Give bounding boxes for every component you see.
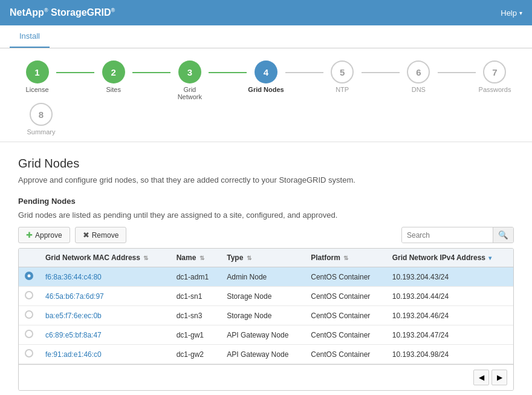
step-label-6: DNS: [412, 86, 426, 93]
wizard-step-5[interactable]: 5 NTP: [323, 60, 362, 93]
row-radio-btn[interactable]: [25, 291, 33, 299]
chevron-down-icon: ▾: [519, 10, 522, 16]
main-content: Grid Nodes Approve and configure grid no…: [0, 142, 532, 395]
row-name: dc1-adm1: [170, 267, 221, 287]
help-button[interactable]: Help ▾: [501, 8, 522, 18]
page-title: Grid Nodes: [18, 157, 514, 171]
toolbar-buttons: ✚ Approve ✖ Remove: [18, 227, 126, 243]
row-radio-cell[interactable]: [19, 306, 39, 325]
wizard-step-6[interactable]: 6 DNS: [400, 60, 438, 93]
table-toolbar: ✚ Approve ✖ Remove 🔍: [18, 227, 514, 248]
row-mac: ba:e5:f7:6e:ec:0b: [39, 306, 170, 325]
wizard-step-1[interactable]: 1 License: [18, 60, 56, 93]
step-circle-8: 8: [30, 103, 53, 126]
step-label-8: Summary: [27, 128, 55, 135]
mac-link[interactable]: ba:e5:f7:6e:ec:0b: [45, 312, 102, 320]
wizard-step-3[interactable]: 3 Grid Network: [170, 60, 209, 100]
table-row[interactable]: c6:89:e5:bf:8a:47 dc1-gw1 API Gateway No…: [19, 325, 513, 345]
wizard-step-2[interactable]: 2 Sites: [94, 60, 132, 93]
connector-6-7: [438, 72, 476, 73]
step-circle-5: 5: [331, 60, 354, 83]
row-ipv4: 10.193.204.43/24: [386, 267, 513, 287]
sort-icon-platform: ⇅: [343, 255, 348, 261]
table-row[interactable]: ba:e5:f7:6e:ec:0b dc1-sn3 Storage Node C…: [19, 306, 513, 325]
row-platform: CentOS Container: [305, 287, 386, 306]
row-name: dc1-sn3: [170, 306, 221, 325]
search-input[interactable]: [402, 228, 493, 243]
connector-2-3: [132, 72, 170, 73]
prev-page-button[interactable]: ◀: [473, 370, 489, 385]
wizard-step-8[interactable]: 8 Summary: [30, 103, 53, 135]
row-radio-cell[interactable]: [19, 267, 39, 287]
row-name: dc1-gw1: [170, 325, 221, 345]
wizard-container: 1 License 2 Sites 3 Grid Network 4 Grid: [0, 48, 532, 142]
table-row[interactable]: fe:91:ad:e1:46:c0 dc1-gw2 API Gateway No…: [19, 345, 513, 364]
nodes-table-wrapper: Grid Network MAC Address ⇅ Name ⇅ Type ⇅…: [18, 248, 514, 391]
row-radio-cell[interactable]: [19, 345, 39, 364]
row-radio-btn[interactable]: [25, 272, 33, 280]
row-platform: CentOS Container: [305, 306, 386, 325]
step-label-5: NTP: [336, 86, 349, 93]
connector-3-4: [209, 72, 247, 73]
connector-4-5: [285, 72, 323, 73]
row-radio-btn[interactable]: [25, 310, 33, 319]
mac-link[interactable]: 46:5a:b6:7a:6d:97: [45, 292, 104, 301]
tabs-bar: Install: [0, 25, 532, 48]
row-mac: fe:91:ad:e1:46:c0: [39, 345, 170, 364]
row-name: dc1-sn1: [170, 287, 221, 306]
row-type: API Gateway Node: [221, 325, 305, 345]
wizard-steps: 1 License 2 Sites 3 Grid Network 4 Grid: [18, 60, 514, 100]
table-row[interactable]: f6:8a:36:44:c4:80 dc1-adm1 Admin Node Ce…: [19, 267, 513, 287]
col-name[interactable]: Name ⇅: [170, 249, 221, 267]
table-row[interactable]: 46:5a:b6:7a:6d:97 dc1-sn1 Storage Node C…: [19, 287, 513, 306]
step-label-3: Grid Network: [170, 86, 209, 100]
step-label-2: Sites: [106, 86, 120, 93]
page-description: Approve and configure grid nodes, so tha…: [18, 175, 514, 184]
next-page-button[interactable]: ▶: [491, 370, 507, 385]
row-platform: CentOS Container: [305, 267, 386, 287]
row-radio-cell[interactable]: [19, 325, 39, 345]
col-ipv4[interactable]: Grid Network IPv4 Address ▾: [386, 249, 513, 267]
step-circle-3: 3: [178, 60, 201, 83]
sort-icon-type: ⇅: [247, 255, 251, 261]
mac-link[interactable]: fe:91:ad:e1:46:c0: [45, 350, 102, 359]
col-platform[interactable]: Platform ⇅: [305, 249, 386, 267]
row-mac: c6:89:e5:bf:8a:47: [39, 325, 170, 345]
col-mac[interactable]: Grid Network MAC Address ⇅: [39, 249, 170, 267]
help-label: Help: [501, 8, 517, 18]
row-type: API Gateway Node: [221, 345, 305, 364]
row-ipv4: 10.193.204.44/24: [386, 287, 513, 306]
row-radio-cell[interactable]: [19, 287, 39, 306]
nodes-table: Grid Network MAC Address ⇅ Name ⇅ Type ⇅…: [19, 249, 513, 364]
wizard-step-7[interactable]: 7 Passwords: [476, 60, 514, 93]
mac-link[interactable]: f6:8a:36:44:c4:80: [45, 273, 102, 281]
wizard-step-4[interactable]: 4 Grid Nodes: [247, 60, 285, 93]
step-circle-1: 1: [26, 60, 49, 83]
sort-icon-mac: ⇅: [143, 255, 148, 261]
row-platform: CentOS Container: [305, 345, 386, 364]
step-circle-2: 2: [102, 60, 125, 83]
row-radio-btn[interactable]: [25, 349, 33, 357]
table-body: f6:8a:36:44:c4:80 dc1-adm1 Admin Node Ce…: [19, 267, 513, 364]
row-ipv4: 10.193.204.98/24: [386, 345, 513, 364]
approve-button[interactable]: ✚ Approve: [18, 227, 70, 243]
col-type[interactable]: Type ⇅: [221, 249, 305, 267]
remove-button[interactable]: ✖ Remove: [75, 227, 127, 243]
row-ipv4: 10.193.204.46/24: [386, 306, 513, 325]
step-circle-7: 7: [483, 60, 506, 83]
mac-link[interactable]: c6:89:e5:bf:8a:47: [45, 331, 102, 339]
step-label-4: Grid Nodes: [248, 86, 284, 93]
step-circle-6: 6: [407, 60, 430, 83]
search-button[interactable]: 🔍: [493, 227, 513, 243]
row-type: Storage Node: [221, 306, 305, 325]
app-header: NetApp® StorageGRID® Help ▾: [0, 0, 532, 25]
row-radio-btn[interactable]: [25, 330, 33, 338]
connector-5-6: [362, 72, 400, 73]
row-mac: 46:5a:b6:7a:6d:97: [39, 287, 170, 306]
step-label-1: License: [26, 86, 49, 93]
pagination-bar: ◀ ▶: [19, 364, 513, 390]
plus-icon: ✚: [26, 230, 33, 240]
row-type: Admin Node: [221, 267, 305, 287]
tab-install[interactable]: Install: [10, 25, 50, 48]
table-header-row: Grid Network MAC Address ⇅ Name ⇅ Type ⇅…: [19, 249, 513, 267]
